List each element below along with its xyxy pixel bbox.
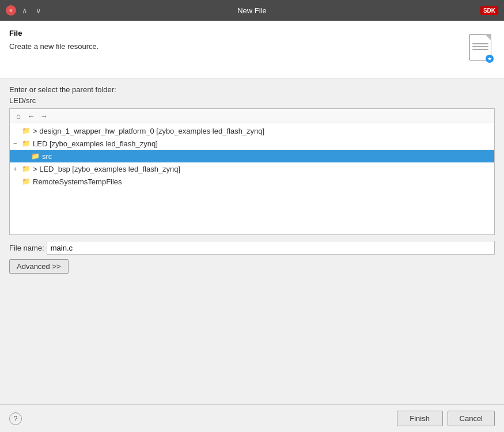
tree-forward-button[interactable]: → [39, 111, 49, 121]
filename-row: File name: [9, 241, 495, 255]
tree-item-design-wrapper[interactable]: 📁 > design_1_wrapper_hw_platform_0 [zybo… [10, 124, 494, 137]
dialog-footer: ? Finish Cancel [0, 404, 504, 432]
file-icon-badge: ★ [486, 55, 494, 63]
help-button[interactable]: ? [9, 412, 22, 425]
footer-buttons: Finish Cancel [397, 411, 495, 426]
dialog-content: Enter or select the parent folder: LED/s… [0, 78, 504, 404]
tree-label-src: src [42, 152, 52, 161]
file-icon: ★ [469, 34, 491, 60]
folder-tree[interactable]: ⌂ ← → 📁 > design_1_wrapper_hw_platform_0… [9, 108, 495, 235]
advanced-section: Advanced >> [9, 259, 495, 274]
tree-label-led-bsp: > LED_bsp [zybo_examples led_flash_zynq] [33, 165, 180, 173]
filename-label: File name: [9, 244, 44, 252]
file-icon-lines [472, 43, 488, 52]
advanced-button[interactable]: Advanced >> [9, 259, 69, 274]
filename-input[interactable] [47, 241, 495, 255]
tree-back-button[interactable]: ← [26, 111, 36, 121]
tree-label-led: LED [zybo_examples led_flash_zynq] [33, 139, 158, 148]
folder-icon-led: 📁 [21, 139, 31, 148]
folder-icon-led-bsp: 📁 [21, 164, 31, 173]
tree-home-button[interactable]: ⌂ [13, 111, 24, 121]
folder-path-display: LED/src [9, 96, 495, 105]
dialog-spacer [9, 274, 495, 397]
tree-label-remote: RemoteSystemsTempFiles [33, 177, 122, 186]
tree-item-remote-systems[interactable]: 📁 RemoteSystemsTempFiles [10, 175, 494, 188]
minimize-button[interactable]: ∧ [20, 5, 30, 16]
folder-icon-src: 📁 [31, 151, 40, 161]
tree-body: 📁 > design_1_wrapper_hw_platform_0 [zybo… [10, 123, 494, 189]
tree-item-led[interactable]: − 📁 LED [zybo_examples led_flash_zynq] [10, 137, 494, 150]
header-text: File Create a new file resource. [9, 29, 466, 51]
header-icon: ★ [466, 31, 495, 63]
folder-select-label: Enter or select the parent folder: [9, 85, 495, 94]
sdk-badge: SDK [480, 6, 498, 15]
folder-icon-remote: 📁 [21, 177, 31, 186]
close-window-button[interactable]: × [6, 5, 16, 16]
header-description: Create a new file resource. [9, 42, 466, 51]
tree-label-design: > design_1_wrapper_hw_platform_0 [zybo_e… [33, 127, 264, 135]
dialog: File Create a new file resource. ★ Enter… [0, 21, 504, 432]
tree-item-led-bsp[interactable]: + 📁 > LED_bsp [zybo_examples led_flash_z… [10, 162, 494, 175]
header-title: File [9, 29, 466, 37]
titlebar: × ∧ ∨ New File SDK [0, 0, 504, 21]
tree-expand-led: − [13, 140, 21, 147]
folder-icon-design: 📁 [21, 126, 31, 135]
finish-button[interactable]: Finish [397, 411, 443, 426]
window-controls: × ∧ ∨ [6, 5, 44, 16]
dialog-header: File Create a new file resource. ★ [0, 21, 504, 78]
maximize-button[interactable]: ∨ [33, 5, 44, 16]
tree-item-src[interactable]: 📁 src [10, 150, 494, 162]
cancel-button[interactable]: Cancel [448, 411, 495, 426]
window-title: New File [237, 6, 267, 15]
tree-toolbar: ⌂ ← → [10, 109, 494, 123]
tree-expand-led-bsp: + [13, 165, 21, 172]
